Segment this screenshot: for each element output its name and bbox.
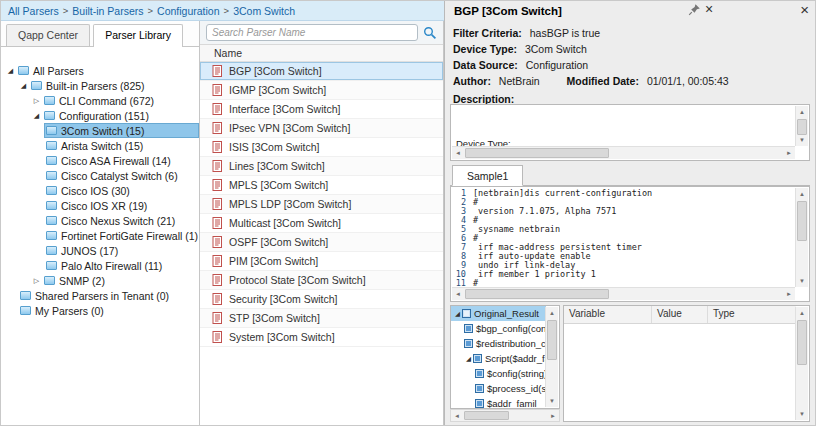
expander-icon[interactable]: ▷ [31,277,42,285]
parser-list-item[interactable]: Multicast [3Com Switch] [200,214,443,233]
scroll-up-icon[interactable]: ▲ [796,188,808,200]
breadcrumb-link[interactable]: Built-in Parsers [72,5,143,17]
tree-item-body[interactable]: Fortinet FortiGate Firewall (1) [44,228,199,243]
tree-item[interactable]: Cisco Nexus Switch (21) [1,213,199,228]
scrollbar-thumb[interactable] [797,119,807,135]
scroll-down-icon[interactable]: ▼ [796,408,808,420]
tree-item-body[interactable]: All Parsers [16,63,199,78]
tree-item-body[interactable]: Configuration (151) [42,108,199,123]
scroll-up-icon[interactable]: ▲ [796,307,808,319]
tree-item[interactable]: Palo Alto Firewall (11) [1,258,199,273]
parser-list-item[interactable]: Lines [3Com Switch] [200,157,443,176]
breadcrumb-link[interactable]: 3Com Switch [233,5,295,17]
scroll-left-icon[interactable]: ◄ [451,410,463,421]
table-header-cell[interactable]: Variable [564,306,652,323]
parser-list-item[interactable]: STP [3Com Switch] [200,309,443,328]
result-tree-item[interactable]: ◢ Script($addr_family [451,351,546,366]
tab-sample1[interactable]: Sample1 [452,165,523,186]
tree-item[interactable]: ◢ All Parsers [1,63,199,78]
parser-list-item[interactable]: IGMP [3Com Switch] [200,81,443,100]
tree-item[interactable]: ◢ Configuration (151) [1,108,199,123]
code-vertical-scrollbar[interactable]: ▲ ▼ [795,188,808,287]
scrollbar-thumb[interactable] [465,148,609,158]
tree-item-body[interactable]: Cisco Catalyst Switch (6) [44,168,199,183]
parser-list-item[interactable]: Security [3Com Switch] [200,290,443,309]
tree-item-body[interactable]: Shared Parsers in Tenant (0) [18,288,199,303]
scroll-down-icon[interactable]: ▼ [546,395,558,407]
scroll-up-icon[interactable]: ▲ [546,307,558,319]
result-tree-item[interactable]: $config(string) [451,366,546,381]
tree-item-body[interactable]: Built-in Parsers (825) [29,78,199,93]
table-header-cell[interactable]: Value [652,306,708,323]
parser-list-item[interactable]: MPLS LDP [3Com Switch] [200,195,443,214]
scroll-down-icon[interactable]: ▼ [796,275,808,287]
result-tree-item[interactable]: $bgp_config(config [451,321,546,336]
scroll-right-icon[interactable]: ► [783,288,795,300]
scroll-left-icon[interactable]: ◄ [452,288,464,300]
tree-item-body[interactable]: Palo Alto Firewall (11) [44,258,199,273]
description-box[interactable]: Device Type:3Com SwitchCommand: <Configu… [450,104,810,161]
panel-tab[interactable]: Qapp Center [6,24,90,46]
tree-item-body[interactable]: Cisco IOS XR (19) [44,198,199,213]
tree-item[interactable]: JUNOS (17) [1,243,199,258]
parser-list-item[interactable]: System [3Com Switch] [200,328,443,347]
expander-icon[interactable]: ◢ [453,310,462,318]
parser-list-item[interactable]: Interface [3Com Switch] [200,100,443,119]
sample-code-box[interactable]: 1 [netbrain]dis current-configuration 2 … [450,186,810,302]
result-tree-vertical-scrollbar[interactable]: ▲ ▼ [545,307,558,407]
tree-item[interactable]: 3Com Switch (15) [1,123,199,138]
result-tree-item[interactable]: ◢ Original_Result [451,306,546,321]
tree-item-body[interactable]: Arista Switch (15) [44,138,199,153]
description-vertical-scrollbar[interactable]: ▲ ▼ [795,106,808,146]
tree-item-body[interactable]: SNMP (2) [42,273,199,288]
parser-list-item[interactable]: MPLS [3Com Switch] [200,176,443,195]
tree-item[interactable]: Shared Parsers in Tenant (0) [1,288,199,303]
pin-icon[interactable] [688,3,701,16]
dock-close-icon[interactable]: × [705,1,713,17]
detail-close-icon[interactable]: × [800,1,809,19]
result-tree-horizontal-scrollbar[interactable]: ◄ ► [450,409,560,422]
breadcrumb-link[interactable]: Configuration [157,5,219,17]
parser-list-item[interactable]: OSPF [3Com Switch] [200,233,443,252]
table-header-cell[interactable]: Type [708,306,796,323]
tree-item[interactable]: ▷ SNMP (2) [1,273,199,288]
scrollbar-thumb[interactable] [547,320,557,360]
expander-icon[interactable]: ◢ [464,355,473,363]
search-input[interactable] [206,24,418,41]
tree-item[interactable]: Cisco IOS XR (19) [1,198,199,213]
tree-item[interactable]: Cisco IOS (30) [1,183,199,198]
parser-list-item[interactable]: BGP [3Com Switch] [200,62,443,81]
result-tree-item[interactable]: $process_id(str [451,381,546,396]
scroll-down-icon[interactable]: ▼ [796,134,808,146]
tree-item-body[interactable]: Cisco Nexus Switch (21) [44,213,199,228]
tree-item[interactable]: My Parsers (0) [1,303,199,318]
scroll-right-icon[interactable]: ► [547,410,559,421]
tree-item-body[interactable]: CLI Command (672) [42,93,199,108]
tree-item[interactable]: Cisco Catalyst Switch (6) [1,168,199,183]
result-tree-item[interactable]: $addr_famil [451,396,546,408]
tree-item-body[interactable]: My Parsers (0) [18,303,199,318]
breadcrumb-link[interactable]: All Parsers [8,5,59,17]
search-icon[interactable] [423,26,437,40]
tree-item-body[interactable]: JUNOS (17) [44,243,199,258]
expander-icon[interactable]: ◢ [18,82,29,90]
tree-item[interactable]: Arista Switch (15) [1,138,199,153]
scroll-up-icon[interactable]: ▲ [796,106,808,118]
parser-list-item[interactable]: IPsec VPN [3Com Switch] [200,119,443,138]
scroll-right-icon[interactable]: ► [783,147,795,159]
scrollbar-thumb[interactable] [464,411,509,420]
parser-list-item[interactable]: Protocol State [3Com Switch] [200,271,443,290]
tree-item-body[interactable]: Cisco ASA Firewall (14) [44,153,199,168]
scrollbar-thumb[interactable] [797,201,807,241]
tree-item[interactable]: Fortinet FortiGate Firewall (1) [1,228,199,243]
expander-icon[interactable]: ◢ [5,67,16,75]
scrollbar-thumb[interactable] [797,320,807,365]
scrollbar-thumb[interactable] [465,289,609,299]
expander-icon[interactable]: ◢ [31,112,42,120]
tree-item[interactable]: Cisco ASA Firewall (14) [1,153,199,168]
table-vertical-scrollbar[interactable]: ▲ ▼ [795,307,808,420]
panel-tab[interactable]: Parser Library [93,24,183,47]
tree-item-body[interactable]: Cisco IOS (30) [44,183,199,198]
expander-icon[interactable]: ▷ [31,97,42,105]
description-horizontal-scrollbar[interactable]: ◄ ► [452,146,795,159]
